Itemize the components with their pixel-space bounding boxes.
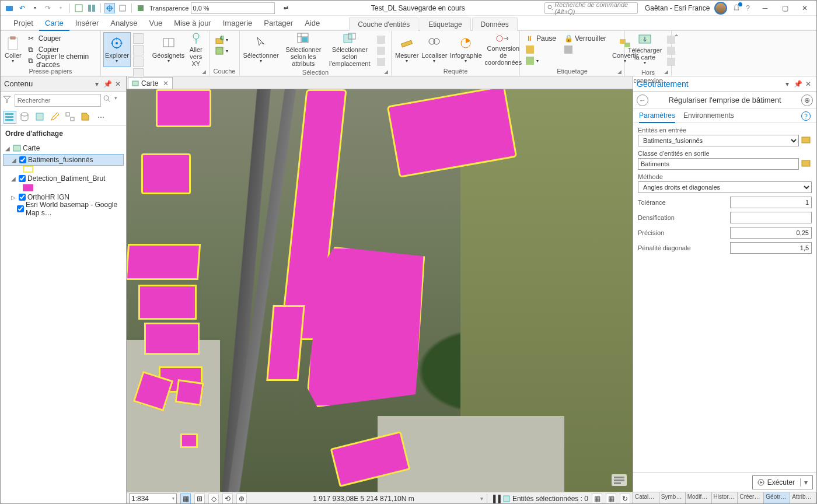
twisty-icon[interactable]: ▷ [11,194,17,201]
browse-icon[interactable] [801,135,812,146]
toc-list-by-editing[interactable] [50,111,61,123]
project-icon[interactable] [4,3,15,13]
map-view-tab[interactable]: Carte ✕ [128,77,173,89]
offline-tool-2[interactable] [665,46,678,56]
layer-swatch-fill[interactable] [23,184,33,191]
browse-icon[interactable] [801,159,812,169]
sidetab-attributes[interactable]: Attrib… [790,492,816,504]
cut-button[interactable]: ✂Couper [26,33,97,44]
add-data-button[interactable]: +▾ [213,34,231,45]
select-by-attr-button[interactable]: Sélectionner selon les attributs [281,32,326,67]
paste-button[interactable]: Coller▾ [3,32,23,67]
select-by-loc-button[interactable]: Sélectionner selon l'emplacement [327,32,373,67]
maximize-button[interactable]: ▢ [777,2,793,14]
group-navigate-exp[interactable]: ◢ [202,69,208,75]
avatar[interactable] [714,2,727,15]
toc-list-by-source[interactable] [19,111,31,123]
ctx-tab-data[interactable]: Données [472,18,518,31]
toc-list-by-drawing[interactable] [4,111,16,123]
group-offline-exp[interactable]: ◢ [664,69,670,75]
offline-tool-3[interactable] [665,57,678,67]
add-preset-button[interactable]: ▾ [213,46,231,56]
twisty-icon[interactable]: ◢ [5,145,11,152]
goto-xy-button[interactable]: Aller vers XY [186,32,207,67]
qat-btn-2[interactable] [86,3,97,13]
label-tool-5[interactable] [562,44,609,55]
bookmarks-button[interactable]: Géosignets▾ [153,32,184,67]
sidetab-modify[interactable]: Modif… [686,492,712,504]
gp-back-button[interactable]: ← [637,94,648,106]
sb-btn-4[interactable]: ⟲ [222,494,233,504]
qat-btn-3[interactable] [117,3,128,13]
group-labeling-exp[interactable]: ◢ [617,69,623,75]
layer-batiments-fusionnes[interactable]: ◢ Batiments_fusionnés [3,154,124,166]
label-tool-2[interactable] [523,44,558,55]
layer-checkbox[interactable] [19,175,26,182]
redo-dd-icon[interactable]: ▾ [55,3,66,13]
gp-pin-icon[interactable]: 📌 [793,79,802,89]
toc-list-by-selection[interactable] [34,111,46,123]
command-search[interactable]: Recherche de commande (Alt+Q) [544,2,638,14]
sel-pause-icon[interactable]: ▐▐ [491,495,501,503]
undo-icon[interactable]: ↶ [17,3,27,13]
sel-tool-3[interactable] [375,57,387,67]
tab-carte[interactable]: Carte [39,16,69,31]
run-dd-icon[interactable]: ▾ [800,478,808,487]
gp-tab-parameters[interactable]: Paramètres [639,111,675,123]
label-tool-3[interactable]: ▾ [523,55,558,66]
param-in-input[interactable]: Batiments_fusionnés [638,135,799,146]
coord-conv-button[interactable]: Conversion de coordonnées [484,32,522,67]
qat-btn-1[interactable] [74,3,84,13]
copy-path-button[interactable]: ⧉Copier le chemin d'accès [26,55,97,66]
gp-close-icon[interactable]: ✕ [804,79,813,89]
toc-list-by-snapping[interactable] [65,111,76,123]
infographic-button[interactable]: Infographie▾ [449,32,483,67]
param-densification-input[interactable] [730,212,812,223]
map-canvas[interactable] [127,89,633,492]
explore-qat-icon[interactable] [104,3,115,13]
minimize-button[interactable]: ─ [757,2,773,14]
sidetab-catalog[interactable]: Catal… [633,492,659,504]
ctx-tab-layer[interactable]: Couche d'entités [349,18,418,31]
notifications-icon[interactable] [732,4,741,13]
param-out-input[interactable] [638,158,799,170]
tab-analyse[interactable]: Analyse [104,16,143,30]
sb-btn-6[interactable]: ▦ [592,494,602,504]
tab-partager[interactable]: Partager [258,16,299,30]
tab-projet[interactable]: Projet [8,16,39,30]
layer-checkbox[interactable] [17,205,24,212]
twisty-icon[interactable]: ◢ [11,176,17,182]
lock-labels-button[interactable]: 🔒Verrouiller [562,33,609,44]
tab-vue[interactable]: Vue [143,16,168,30]
sel-tool-1[interactable] [375,34,387,45]
select-button[interactable]: Sélectionner▾ [242,32,280,67]
layer-checkbox[interactable] [19,156,26,163]
sb-btn-7[interactable]: ▦ [606,494,616,504]
gp-menu-icon[interactable]: ▾ [783,79,792,89]
user-name[interactable]: Gaëtan - Esri France [645,4,710,12]
gp-add-button[interactable]: ⊕ [801,94,813,106]
qat-customize-icon[interactable]: ⇄ [281,3,291,13]
sidetab-geoprocessing[interactable]: Géotr… [764,492,790,504]
contents-search-input[interactable] [15,94,101,107]
filter-icon[interactable] [3,95,12,106]
redo-icon[interactable]: ↷ [43,3,53,13]
sb-btn-3[interactable]: ◇ [208,494,219,504]
param-precision-input[interactable] [730,227,812,239]
sb-btn-1[interactable]: ▦ [180,494,191,504]
param-method-input[interactable]: Angles droits et diagonales [638,181,812,193]
sb-btn-8[interactable]: ↻ [620,494,630,504]
layer-detection-brut[interactable]: ◢ Detection_Batiment_Brut [3,173,124,184]
qat-btn-4[interactable] [135,3,146,13]
group-selection-exp[interactable]: ◢ [384,69,390,75]
param-tolerance-input[interactable] [730,197,812,208]
toc-more[interactable]: ⋯ [95,111,107,123]
download-map-button[interactable]: Télécharger la carte▾ [627,32,662,67]
map-tab-close-icon[interactable]: ✕ [163,79,169,88]
scale-input[interactable]: 1:834▾ [129,494,177,504]
twisty-icon[interactable]: ◢ [12,157,18,163]
param-diag-input[interactable] [730,242,812,254]
sidetab-create[interactable]: Créer… [738,492,764,504]
transparency-input[interactable] [191,2,275,14]
sel-tool-2[interactable] [375,46,387,56]
